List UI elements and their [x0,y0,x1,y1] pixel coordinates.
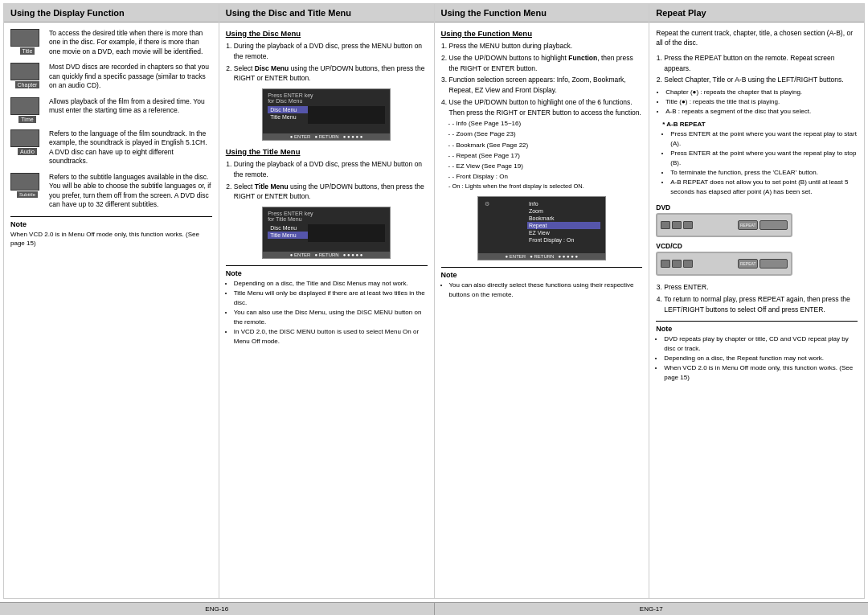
func-sub-info: - Info (See Page 15~16) [452,119,643,128]
title-menu-item-selected: Title Menu [268,232,308,239]
icon-row-audio: Audio Refers to the language of the film… [10,129,212,166]
audio-desc: Refers to the language of the film sound… [49,129,212,166]
col4-note-list: DVD repeats play by chapter or title, CD… [664,334,858,383]
disc-step-2: Select Disc Menu using the UP/DOWN butto… [234,64,428,84]
col3-note-list: You can also directly select these funct… [449,281,643,300]
func-sub-frontdisplay: - Front Display : On [452,172,643,181]
col-function-menu: Using the Function Menu Using the Functi… [435,4,650,598]
title-menu-steps: During the playback of a DVD disc, press… [234,159,428,202]
col3-header: Using the Function Menu [435,4,649,23]
repeat-final-steps: Press ENTER. To return to normal play, p… [664,282,858,314]
title-menu-title: Using the Title Menu [226,147,428,156]
func-sub-repeat: - Repeat (See Page 17) [452,151,643,160]
func-step-4: Use the UP/DOWN button to highlight one … [449,97,643,191]
title-menu-item-1: Disc Menu [268,224,308,232]
col1-note-title: Note [10,220,212,228]
col3-note: Note You can also directly select these … [441,267,643,300]
subtitle-label: Subtitle [17,191,38,198]
func-item-repeat-selected: Repeat [527,222,600,229]
function-screen-bottom: ● ENTER ● RETURN ● ● ● ● ● [478,253,605,260]
chapter-note-0: Chapter (●) : repeats the chapter that i… [665,88,858,97]
func-sub-ezview: - EZ View (See Page 19) [452,162,643,170]
func-item-zoom: Zoom [527,207,600,215]
time-desc: Allows playback of the film from a desir… [49,97,212,116]
ab-repeat-title: * A-B REPEAT [662,120,858,129]
vcdcd-btn-1 [661,260,670,268]
col2-note-title: Note [226,269,428,277]
audio-icon [10,129,39,147]
col4-note-item-2: When VCD 2.0 is in Menu Off mode only, t… [664,363,858,383]
ab-repeat-item-1: Press ENTER at the point where you want … [670,149,858,168]
col1-note-item-0: When VCD 2.0 is in Menu Off mode only, t… [10,230,212,248]
function-menu-list: Info Zoom Bookmark Repeat EZ View Front … [527,200,600,244]
disc-step-1: During the playback of a DVD disc, press… [234,41,428,62]
vcdcd-remote-mockup: REPEAT [656,252,792,276]
disc-screen-bottom: ● ENTER ● RETURN ● ● ● ● ● [263,133,390,140]
title-screen-left: Disc Menu Title Menu [268,224,308,242]
col-disc-title-menu: Using the Disc and Title Menu Using the … [219,4,435,598]
col3-note-title: Note [441,271,643,279]
disc-screen-container: Press ENTER keyfor Disc Menu Disc Menu T… [226,88,428,141]
col2-note: Note Depending on a disc, the Title and … [226,265,428,346]
col2-note-item-0: Depending on a disc, the Title and Disc … [234,279,428,289]
main-columns: Using the Display Function Title To acce… [3,3,865,599]
ab-repeat-item-0: Press ENTER at the point where you want … [670,129,858,149]
disc-menu-title: Using the Disc Menu [226,29,428,38]
col1-note: Note When VCD 2.0 is in Menu Off mode on… [10,216,212,248]
func-sub-zoom: - Zoom (See Page 23) [452,129,643,138]
col4-header: Repeat Play [649,4,864,23]
func-sub-bookmark: - Bookmark (See Page 22) [452,141,643,150]
col2-note-item-3: In VCD 2.0, the DISC MENU button is used… [234,327,428,346]
repeat-step-1: Press the REPEAT button on the remote. R… [664,53,858,74]
icon-row-time: Time Allows playback of the film from a … [10,97,212,123]
chapter-note-2: A-B : repeats a segment of the disc that… [665,107,858,117]
repeat-final-step-4: To return to normal play, press REPEAT a… [664,294,858,315]
col2-note-item-2: You can also use the Disc Menu, using th… [234,308,428,327]
title-label: Title [20,47,35,55]
chapter-desc: Most DVD discs are recorded in chapters … [49,63,212,90]
disc-screen-menu: Disc Menu Title Menu [268,106,385,124]
title-screen-container: Press ENTER keyfor Title Menu Disc Menu … [226,207,428,259]
ab-repeat-section: * A-B REPEAT Press ENTER at the point wh… [662,120,858,197]
title-screen-mockup: Press ENTER keyfor Title Menu Disc Menu … [262,207,391,259]
col-display-function: Using the Display Function Title To acce… [4,4,219,598]
vcdcd-extra-btns [760,259,788,269]
function-screen-container: ⚙ Info Zoom Bookmark Repeat EZ View Fron… [441,196,643,260]
footer-left-page: ENG-16 [0,602,435,615]
disc-menu-item-2: Title Menu [268,113,308,121]
col2-note-item-1: Title Menu will only be displayed if the… [234,289,428,308]
title-step-1: During the playback of a DVD disc, press… [234,159,428,180]
function-menu-steps: Press the MENU button during playback. U… [449,41,643,191]
page-footer: ENG-16 ENG-17 [0,602,868,615]
ab-repeat-list: Press ENTER at the point where you want … [670,129,858,197]
title-screen-caption-inner: Press ENTER keyfor Title Menu [268,211,385,222]
chapter-note-1: Title (●) : repeats the title that is pl… [665,97,858,107]
title-screen-preview [308,224,385,242]
chapter-notes-list: Chapter (●) : repeats the chapter that i… [665,88,858,117]
func-item-ezview: EZ View [527,229,600,236]
col4-note: Note DVD repeats play by chapter or titl… [656,321,858,383]
function-sub-list: - Info (See Page 15~16) - Zoom (See Page… [452,119,643,191]
icon-row-title: Title To access the desired title when t… [10,29,212,56]
col1-header: Using the Display Function [4,4,219,23]
time-icon [10,97,39,115]
time-label: Time [18,116,35,123]
vcdcd-repeat-btn: REPEAT [738,259,758,269]
vcdcd-btn-3 [683,260,693,268]
repeat-step-2: Select Chapter, Title or A-B using the L… [664,75,858,85]
func-item-info: Info [527,200,600,207]
col3-note-item-0: You can also directly select these funct… [449,281,643,300]
ab-repeat-item-2: To terminate the function, press the 'CL… [670,168,858,178]
dvd-remote-mockup: REPEAT [656,213,792,237]
dvd-btn-3 [683,221,693,229]
repeat-intro: Repeat the current track, chapter, title… [656,29,858,48]
subtitle-desc: Refers to the subtitle languages availab… [49,173,212,210]
dvd-repeat-btn: REPEAT [738,220,758,230]
dvd-btn-1 [661,221,670,229]
function-menu-title: Using the Function Menu [441,29,643,38]
footer-right-page: ENG-17 [435,602,869,615]
audio-label: Audio [18,148,37,155]
func-step-1: Press the MENU button during playback. [449,41,643,51]
title-screen-menu: Disc Menu Title Menu [268,224,385,242]
title-desc: To access the desired title when there i… [49,29,212,56]
